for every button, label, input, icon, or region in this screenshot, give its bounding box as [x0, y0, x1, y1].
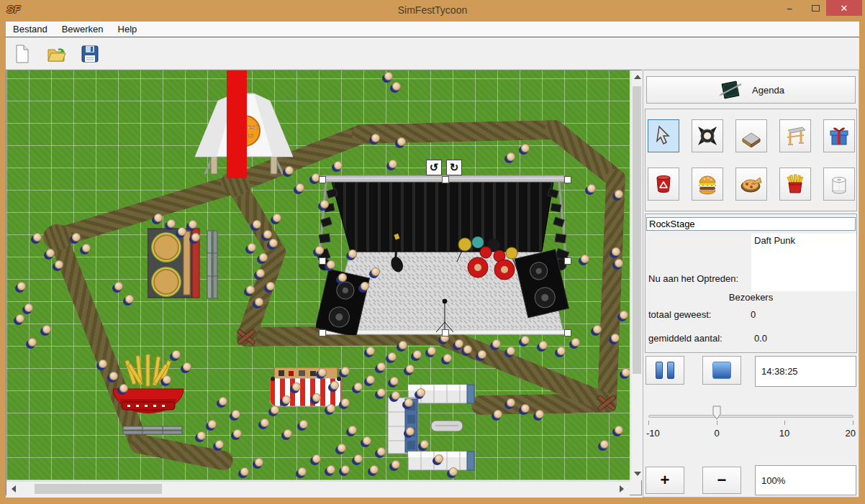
scroll-left-icon[interactable]	[12, 485, 16, 492]
visitor	[416, 388, 425, 398]
visitor	[420, 440, 429, 449]
visitor	[330, 381, 339, 390]
tool-burger-button[interactable]	[692, 168, 723, 201]
vertical-scroll-thumb[interactable]	[633, 86, 641, 374]
visitor	[32, 233, 42, 242]
tool-spotlight-button[interactable]	[692, 119, 723, 152]
scroll-up-icon[interactable]	[634, 75, 641, 79]
visitor	[255, 269, 265, 278]
visitor	[260, 418, 269, 428]
visitor	[388, 160, 397, 169]
visitor	[371, 267, 380, 277]
selection-handle[interactable]	[442, 329, 449, 336]
visitor	[231, 410, 240, 419]
tool-gift-button[interactable]	[823, 119, 855, 152]
visitor	[268, 239, 278, 248]
horizontal-scrollbar[interactable]	[6, 481, 630, 495]
agenda-button[interactable]: Agenda	[646, 76, 856, 104]
zoom-in-button[interactable]: +	[646, 467, 684, 494]
tool-select-button[interactable]	[648, 119, 679, 152]
maximize-button[interactable]	[805, 0, 826, 16]
visitor	[427, 347, 436, 356]
app-window: SF SimFestTycoon – ✕ Bestand Bewerken He…	[0, 0, 865, 504]
stop-button[interactable]	[702, 356, 741, 385]
minimize-button[interactable]: –	[779, 0, 800, 16]
festival-map-canvas[interactable]: SimFest Tycoon	[6, 70, 630, 480]
rotate-right-button[interactable]: ↻	[446, 160, 462, 175]
open-file-button[interactable]	[44, 42, 68, 66]
tool-fries-button[interactable]	[779, 168, 811, 201]
visitor	[387, 352, 397, 362]
spotlight-icon	[696, 124, 719, 147]
visitors-total-value: 0	[751, 309, 756, 320]
clock-display: 14:38:25	[755, 356, 856, 387]
visitor	[337, 444, 346, 453]
visitor	[15, 314, 24, 324]
burger-icon	[696, 173, 719, 196]
path-cross-marker	[235, 326, 257, 347]
visitor	[188, 220, 197, 229]
visitor	[434, 454, 443, 464]
stage-frame-icon	[784, 124, 807, 147]
horizontal-scroll-thumb[interactable]	[35, 484, 162, 494]
visitor	[397, 137, 406, 147]
stage-name-input[interactable]	[646, 217, 856, 231]
visitor	[312, 393, 321, 403]
client-area: Bestand Bewerken Help	[6, 22, 859, 498]
path-cross-marker	[596, 392, 617, 413]
tool-trash-button[interactable]	[648, 168, 679, 201]
selection-handle[interactable]	[564, 176, 571, 183]
agenda-book-icon	[717, 80, 743, 100]
tool-pizza-button[interactable]	[735, 168, 767, 201]
bench[interactable]	[206, 230, 219, 299]
visitor	[320, 200, 329, 209]
tools-groupbox	[645, 109, 857, 211]
slider-tick	[648, 421, 649, 425]
visitor	[353, 454, 363, 464]
speed-slider-track[interactable]	[648, 415, 853, 418]
selection-handle[interactable]	[319, 176, 326, 183]
selection-handle[interactable]	[319, 329, 326, 336]
save-icon	[80, 44, 100, 64]
menu-help[interactable]: Help	[111, 22, 145, 37]
close-button[interactable]: ✕	[826, 0, 862, 16]
bench[interactable]	[122, 425, 183, 436]
zoom-out-button[interactable]: −	[702, 467, 741, 494]
visitor	[81, 244, 91, 253]
scroll-right-icon[interactable]	[620, 485, 624, 492]
visitor	[153, 214, 163, 223]
visitor	[218, 397, 227, 406]
visitor	[252, 220, 261, 229]
slider-label-10: 10	[779, 428, 789, 439]
tool-toilet-paper-button[interactable]	[823, 168, 855, 201]
visitor	[493, 410, 502, 419]
selection-handle[interactable]	[564, 257, 571, 265]
tool-path-button[interactable]	[735, 119, 767, 152]
visitor	[556, 347, 566, 356]
selection-handle[interactable]	[319, 257, 326, 265]
visitor	[611, 247, 620, 257]
menu-bewerken[interactable]: Bewerken	[55, 22, 111, 37]
rotate-left-button[interactable]: ↺	[426, 160, 442, 175]
vertical-scrollbar[interactable]	[630, 70, 642, 480]
save-file-button[interactable]	[78, 42, 102, 66]
speed-slider-thumb[interactable]	[712, 406, 721, 420]
selection-handle[interactable]	[442, 176, 449, 183]
menu-bestand[interactable]: Bestand	[6, 22, 55, 37]
visitor	[45, 249, 55, 258]
tool-stage-frame-button[interactable]	[779, 119, 811, 152]
slider-label-max: 20	[846, 428, 856, 439]
selection-handle[interactable]	[564, 329, 571, 336]
visitor	[182, 362, 191, 372]
stage-info-groupbox: Daft Punk Nu aan het Optreden: Bezoekers…	[645, 214, 857, 353]
new-file-button[interactable]	[10, 42, 35, 66]
visitor	[412, 350, 422, 359]
slider-label-min: -10	[646, 428, 660, 439]
visitor	[376, 388, 386, 398]
pause-button[interactable]	[646, 356, 684, 385]
scroll-down-icon[interactable]	[634, 472, 641, 476]
visitor	[340, 465, 350, 475]
visitor	[42, 325, 51, 334]
slider-tick	[784, 421, 785, 425]
visitor	[384, 72, 393, 81]
